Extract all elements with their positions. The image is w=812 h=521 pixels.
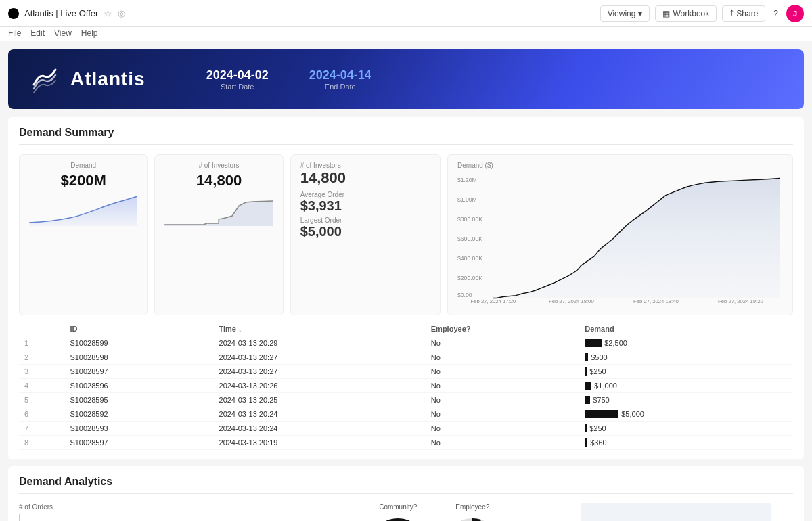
demand-analytics-title: Demand Analytics <box>19 476 793 494</box>
demand-mini-chart <box>29 192 137 226</box>
row-num: 3 <box>19 365 64 379</box>
row-employee: No <box>426 365 579 379</box>
us-map-section <box>559 503 793 521</box>
svg-text:$1.00M: $1.00M <box>457 196 477 203</box>
menu-help[interactable]: Help <box>81 28 98 38</box>
row-num: 4 <box>19 379 64 393</box>
row-id: S10028596 <box>64 379 213 393</box>
demand-summary-row: Demand $200M # of Investors 14,800 <box>19 154 793 315</box>
row-employee: No <box>426 350 579 365</box>
col-time[interactable]: Time ↓ <box>214 322 426 336</box>
viewing-button[interactable]: Viewing ▾ <box>600 5 650 22</box>
svg-text:Feb 27, 2024 17:20: Feb 27, 2024 17:20 <box>471 298 516 304</box>
us-map-svg <box>559 503 793 521</box>
row-employee: No <box>426 393 579 407</box>
investors-card: # of Investors 14,800 <box>154 154 283 315</box>
offer-name: Atlantis <box>70 68 145 90</box>
menu-edit[interactable]: Edit <box>30 28 45 38</box>
end-date-value: 2024-04-14 <box>309 68 371 83</box>
favorite-icon[interactable]: ☆ <box>104 8 112 19</box>
row-time: 2024-03-13 20:29 <box>214 336 426 350</box>
row-demand: $250 <box>579 422 793 436</box>
community-donut-svg <box>367 516 428 521</box>
col-demand: Demand <box>579 322 793 336</box>
demand-summary-section: Demand Summary Demand $200M <box>8 117 804 459</box>
share-button[interactable]: ⤴ Share <box>722 5 765 22</box>
row-demand: $2,500 <box>579 336 793 350</box>
row-num: 1 <box>19 336 64 350</box>
demand-table-wrapper: ID Time ↓ Employee? Demand 1 S10028599 2… <box>19 322 793 450</box>
svg-text:$200.00K: $200.00K <box>457 275 482 281</box>
svg-text:Feb 27, 2024 18:40: Feb 27, 2024 18:40 <box>633 298 679 304</box>
employee-label: Employee? <box>455 503 489 511</box>
table-row: 6 S10028592 2024-03-13 20:24 No $5,000 <box>19 407 793 422</box>
workbook-button[interactable]: ▦ Workbook <box>655 5 717 22</box>
end-date-label: End Date <box>309 83 371 91</box>
col-num <box>19 322 64 336</box>
row-demand: $360 <box>579 436 793 450</box>
demand-chart-card: Demand ($) $1.20M $1.00M $800.00K $600.0… <box>447 154 793 315</box>
row-num: 7 <box>19 422 64 436</box>
svg-text:$600.00K: $600.00K <box>457 235 482 242</box>
row-time: 2024-03-13 20:24 <box>214 422 426 436</box>
barchart-bars: 43% a. <1000 35% b. 1000-2000 10% c. 200… <box>19 514 311 521</box>
table-row: 2 S10028598 2024-03-13 20:27 No $500 <box>19 350 793 365</box>
avg-order-label: Average Order <box>300 191 430 198</box>
row-num: 5 <box>19 393 64 407</box>
col-employee: Employee? <box>426 322 579 336</box>
row-id: S10028592 <box>64 407 213 422</box>
start-date-block: 2024-04-02 Start Date <box>206 68 269 91</box>
demand-analytics-section: Demand Analytics # of Orders 43% a. <100… <box>8 466 804 521</box>
svg-text:$800.00K: $800.00K <box>457 216 482 223</box>
table-row: 4 S10028596 2024-03-13 20:26 No $1,000 <box>19 379 793 393</box>
svg-rect-16 <box>581 503 771 521</box>
row-employee: No <box>426 436 579 450</box>
row-time: 2024-03-13 20:19 <box>214 436 426 450</box>
investors-mini-chart <box>164 192 273 226</box>
analytics-row: # of Orders 43% a. <1000 35% b. 1000-200… <box>19 503 793 521</box>
menu-file[interactable]: File <box>8 28 21 38</box>
svg-text:$400.00K: $400.00K <box>457 255 482 262</box>
barchart-ylabel: # of Orders <box>19 503 311 511</box>
banner-dates: 2024-04-02 Start Date 2024-04-14 End Dat… <box>206 68 371 91</box>
demand-summary-title: Demand Summary <box>19 127 793 145</box>
community-label: Community? <box>379 503 417 511</box>
chart-label: Demand ($) <box>457 162 783 169</box>
demand-table: ID Time ↓ Employee? Demand 1 S10028599 2… <box>19 322 793 450</box>
row-time: 2024-03-13 20:24 <box>214 407 426 422</box>
row-id: S10028597 <box>64 436 213 450</box>
avg-order-value: $3,931 <box>300 198 430 214</box>
employee-donut-svg <box>442 516 503 521</box>
svg-text:$0.00: $0.00 <box>457 292 472 298</box>
demand-line-chart: $1.20M $1.00M $800.00K $600.00K $400.00K… <box>457 171 783 306</box>
end-date-block: 2024-04-14 End Date <box>309 68 371 91</box>
row-time: 2024-03-13 20:25 <box>214 393 426 407</box>
topbar-title: Atlantis | Live Offer <box>24 8 98 18</box>
col-id: ID <box>64 322 213 336</box>
row-id: S10028595 <box>64 393 213 407</box>
donut-charts: Community? Yes No E <box>318 503 552 521</box>
banner-logo: Atlantis <box>28 63 145 95</box>
demand-card: Demand $200M <box>19 154 148 315</box>
row-id: S10028593 <box>64 422 213 436</box>
menu-view[interactable]: View <box>54 28 72 38</box>
investors-detail-label: # of Investors <box>300 162 430 169</box>
order-size-barchart: # of Orders 43% a. <1000 35% b. 1000-200… <box>19 503 311 521</box>
demand-value: $200M <box>29 172 137 189</box>
row-id: S10028598 <box>64 350 213 365</box>
row-employee: No <box>426 379 579 393</box>
help-button[interactable]: ? <box>771 6 781 21</box>
table-row: 3 S10028597 2024-03-13 20:27 No $250 <box>19 365 793 379</box>
investors-value: 14,800 <box>164 172 273 189</box>
share-icon-small: ◎ <box>118 8 125 18</box>
row-employee: No <box>426 422 579 436</box>
investors-detail-card: # of Investors 14,800 Average Order $3,9… <box>290 154 441 315</box>
row-employee: No <box>426 407 579 422</box>
row-id: S10028599 <box>64 336 213 350</box>
investors-label: # of Investors <box>164 162 273 169</box>
topbar: Atlantis | Live Offer ☆ ◎ Viewing ▾ ▦ Wo… <box>0 0 812 27</box>
investors-detail-value: 14,800 <box>300 169 430 187</box>
avatar: J <box>786 5 804 22</box>
topbar-right: Viewing ▾ ▦ Workbook ⤴ Share ? J <box>600 5 804 22</box>
sort-icon: ↓ <box>238 325 242 333</box>
